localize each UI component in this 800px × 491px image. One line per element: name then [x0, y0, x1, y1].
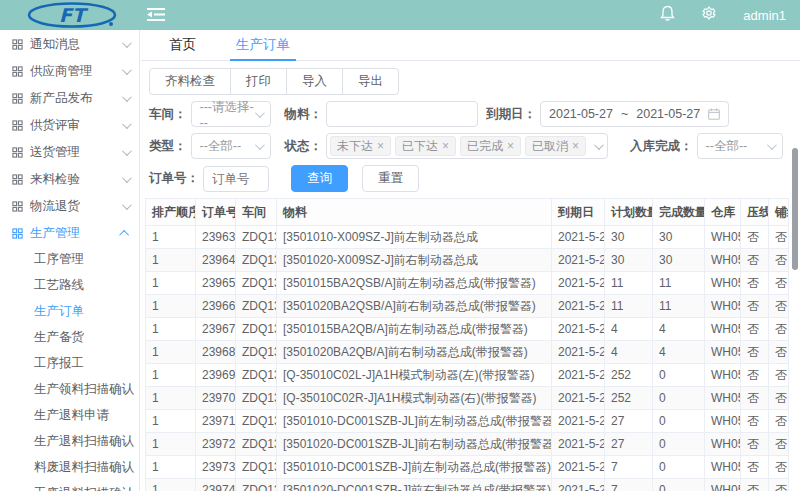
toolbar-button[interactable]: 导出: [342, 68, 399, 95]
sidebar-item[interactable]: 来料检验: [0, 166, 139, 192]
toolbar-button[interactable]: 打印: [230, 68, 287, 95]
status-tag: 已取消×: [525, 136, 586, 156]
date-separator: ~: [621, 107, 628, 121]
tab-active[interactable]: 生产订单: [216, 30, 310, 60]
table-cell: ZDQ13: [236, 318, 277, 341]
due-date-range-picker[interactable]: 2021-05-27 ~ 2021-05-27: [540, 101, 729, 127]
sidebar-item[interactable]: 通知消息: [0, 31, 139, 57]
table-cell: 7: [605, 479, 653, 491]
table-cell: 否: [741, 456, 769, 479]
table-row[interactable]: 123971ZDQ13[3501010-DC001SZB-JL]前左制动器总成(…: [146, 410, 789, 433]
user-name[interactable]: admin1: [743, 8, 786, 23]
reset-button[interactable]: 重置: [362, 165, 419, 192]
table-cell: 0: [653, 364, 705, 387]
toolbar-button[interactable]: 导入: [286, 68, 343, 95]
table-cell: 否: [769, 295, 789, 318]
table-cell: [Q-35010C02L-J]A1H模式制动器(左)(带报警器): [277, 364, 552, 387]
tag-close-icon[interactable]: ×: [377, 139, 384, 153]
sidebar-item[interactable]: 送货管理: [0, 139, 139, 165]
sidebar-subitem[interactable]: 工序报工: [0, 350, 139, 376]
chevron-down-icon: [767, 140, 777, 150]
table-row[interactable]: 123965ZDQ13[3501015BA2QSB/A]前左制动器总成(带报警器…: [146, 272, 789, 295]
table-row[interactable]: 123968ZDQ13[3501020BA2QB/A]前右制动器总成(带报警器)…: [146, 341, 789, 364]
sidebar-item-label: 物流退货: [30, 198, 118, 215]
table-row[interactable]: 123973ZDQ13[3501010-DC001SZB-J]前左制动器总成(带…: [146, 456, 789, 479]
column-header: 铺线: [769, 199, 789, 226]
sidebar-subitem[interactable]: 工艺路线: [0, 272, 139, 298]
sidebar-subitem[interactable]: 生产退料申请: [0, 402, 139, 428]
search-button[interactable]: 查询: [291, 165, 348, 192]
table-row[interactable]: 123974ZDQ13[3501020-DC001SZB-J]前右制动器总成(带…: [146, 479, 789, 491]
table-cell: 否: [741, 364, 769, 387]
sidebar-collapse-icon[interactable]: [147, 7, 165, 26]
status-tag: 已下达×: [395, 136, 456, 156]
table-cell: 252: [605, 387, 653, 410]
material-input[interactable]: [326, 101, 478, 127]
table-cell: 2021-5-27: [552, 364, 605, 387]
sidebar-item[interactable]: 供货评审: [0, 112, 139, 138]
sidebar-subitem[interactable]: 生产订单: [0, 298, 139, 324]
table-cell: [3501010-DC001SZB-JL]前左制动器总成(带报警器)(老气室): [277, 410, 552, 433]
tag-close-icon[interactable]: ×: [442, 139, 449, 153]
chevron-down-icon: [122, 92, 132, 102]
table-row[interactable]: 123970ZDQ13[Q-35010C02R-J]A1H模式制动器(右)(带报…: [146, 387, 789, 410]
sidebar-subitem[interactable]: 生产备货: [0, 324, 139, 350]
chevron-up-icon: [119, 229, 129, 239]
tag-close-icon[interactable]: ×: [507, 139, 514, 153]
column-header: 到期日: [552, 199, 605, 226]
table-cell: 2021-5-27: [552, 341, 605, 364]
sidebar-subitem[interactable]: 料废退料扫描确认: [0, 454, 139, 480]
sidebar-subitem[interactable]: 工序管理: [0, 246, 139, 272]
sidebar-item[interactable]: 供应商管理: [0, 58, 139, 84]
column-header: 完成数量: [653, 199, 705, 226]
order-no-label: 订单号：: [149, 170, 199, 187]
status-multiselect[interactable]: 未下达×已下达×已完成×已取消×: [326, 133, 608, 159]
table-row[interactable]: 123972ZDQ13[3501020-DC001SZB-JL]前右制动器总成(…: [146, 433, 789, 456]
table-cell: 11: [605, 295, 653, 318]
table-row[interactable]: 123969ZDQ13[Q-35010C02L-J]A1H模式制动器(左)(带报…: [146, 364, 789, 387]
sidebar-item[interactable]: 生产管理: [0, 220, 139, 246]
table-row[interactable]: 123967ZDQ13[3501015BA2QB/A]前左制动器总成(带报警器)…: [146, 318, 789, 341]
sidebar-subitem[interactable]: 生产领料扫描确认: [0, 376, 139, 402]
status-tag: 已完成×: [460, 136, 521, 156]
notification-bell-icon[interactable]: [660, 5, 675, 26]
order-no-input[interactable]: [203, 166, 269, 192]
table-body: 123963ZDQ13[3501010-X009SZ-J]前左制动器总成2021…: [146, 226, 789, 491]
table-cell: 0: [653, 479, 705, 491]
table-cell: WH05: [705, 456, 741, 479]
table-cell: [3501020-DC001SZB-JL]前右制动器总成(带报警器)(老气室): [277, 433, 552, 456]
grid-icon: [12, 174, 23, 185]
table-cell: 否: [741, 479, 769, 491]
grid-icon: [12, 120, 23, 131]
settings-gear-icon[interactable]: [701, 5, 717, 25]
workshop-select[interactable]: ---请选择---: [191, 101, 271, 127]
table-cell: WH05: [705, 479, 741, 491]
table-row[interactable]: 123963ZDQ13[3501010-X009SZ-J]前左制动器总成2021…: [146, 226, 789, 249]
table-cell: 否: [769, 433, 789, 456]
table-cell: WH05: [705, 410, 741, 433]
table-cell: 23964: [196, 249, 236, 272]
sidebar-subitem[interactable]: 工废退料扫描确认: [0, 480, 139, 491]
sidebar-subitem[interactable]: 生产退料扫描确认: [0, 428, 139, 454]
sidebar-item-label: 供货评审: [30, 117, 118, 134]
grid-icon: [12, 147, 23, 158]
sidebar-item[interactable]: 物流退货: [0, 193, 139, 219]
type-select[interactable]: --全部--: [191, 133, 271, 159]
tag-close-icon[interactable]: ×: [572, 139, 579, 153]
chevron-down-icon: [122, 200, 132, 210]
table-cell: 0: [653, 456, 705, 479]
chevron-down-icon: [122, 38, 132, 48]
toolbar-button[interactable]: 齐料检查: [149, 68, 231, 95]
inbound-complete-select[interactable]: --全部--: [697, 133, 783, 159]
table-cell: WH05: [705, 272, 741, 295]
sidebar-item-label: 送货管理: [30, 144, 118, 161]
tab-item[interactable]: 首页: [149, 30, 216, 60]
table-row[interactable]: 123964ZDQ13[3501020-X009SZ-J]前右制动器总成2021…: [146, 249, 789, 272]
table-cell: [3501010-X009SZ-J]前左制动器总成: [277, 226, 552, 249]
table-cell: 30: [605, 226, 653, 249]
sidebar-item[interactable]: 新产品发布: [0, 85, 139, 111]
table-row[interactable]: 123966ZDQ13[3501020BA2QSB/A]前右制动器总成(带报警器…: [146, 295, 789, 318]
vertical-scrollbar-thumb[interactable]: [792, 148, 798, 270]
company-logo: FT: [26, 2, 118, 32]
table-cell: [3501020BA2QSB/A]前右制动器总成(带报警器): [277, 295, 552, 318]
